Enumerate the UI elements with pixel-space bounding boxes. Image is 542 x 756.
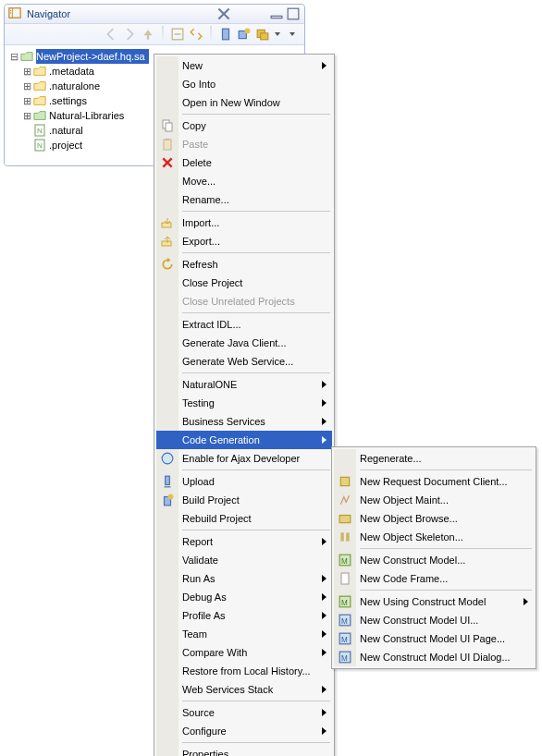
menu-testing[interactable]: Testing — [156, 394, 332, 412]
submenu-code-frame[interactable]: New Code Frame... — [334, 569, 534, 588]
menu-close-project[interactable]: Close Project — [156, 274, 332, 292]
filters-dropdown-icon[interactable] — [275, 32, 280, 36]
menu-paste: Paste — [156, 135, 332, 153]
svg-rect-32 — [339, 516, 351, 523]
expand-toggle-icon[interactable]: ⊟ — [8, 49, 19, 64]
menu-validate[interactable]: Validate — [156, 551, 332, 569]
tree-label: .settings — [49, 93, 87, 108]
svg-rect-20 — [166, 123, 172, 131]
svg-point-30 — [168, 494, 174, 500]
svg-text:N: N — [37, 127, 43, 135]
refresh-icon — [160, 257, 175, 272]
frame-icon — [338, 571, 352, 586]
tree-label: .project — [49, 138, 82, 152]
menu-close-unrelated: Close Unrelated Projects — [156, 292, 332, 311]
menu-go-into[interactable]: Go Into — [156, 75, 332, 93]
nav-fwd-icon[interactable] — [122, 27, 137, 42]
menu-import[interactable]: Import... — [156, 213, 332, 232]
expand-toggle-icon[interactable]: ⊞ — [21, 108, 32, 123]
menu-rename[interactable]: Rename... — [156, 190, 332, 209]
menu-open-window[interactable]: Open in New Window — [156, 93, 332, 112]
navigator-icon — [8, 6, 23, 21]
model-ui-icon: M — [338, 631, 352, 646]
svg-rect-22 — [166, 139, 169, 140]
tree-label: Natural-Libraries — [49, 108, 124, 123]
menu-source[interactable]: Source — [156, 703, 332, 722]
menu-rebuild-project[interactable]: Rebuild Project — [156, 509, 332, 528]
menu-refresh[interactable]: Refresh — [156, 255, 332, 274]
nav-up-icon[interactable] — [141, 27, 155, 42]
menu-export[interactable]: Export... — [156, 232, 332, 250]
submenu-construct-model[interactable]: M New Construct Model... — [334, 551, 534, 569]
submenu-using-construct[interactable]: M New Using Construct Model — [334, 592, 534, 611]
svg-rect-28 — [166, 476, 170, 484]
menu-generate-java[interactable]: Generate Java Client... — [156, 334, 332, 352]
menu-restore-history[interactable]: Restore from Local History... — [156, 662, 332, 680]
submenu-req-doc-client[interactable]: New Request Document Client... — [334, 472, 534, 491]
wizard-icon — [338, 493, 352, 507]
expand-toggle-icon[interactable]: ⊞ — [21, 64, 32, 79]
svg-rect-26 — [162, 241, 171, 246]
expand-toggle-icon[interactable]: ⊞ — [21, 93, 32, 108]
model-icon: M — [338, 594, 352, 609]
svg-rect-6 — [271, 16, 282, 18]
nav-back-icon[interactable] — [104, 27, 118, 42]
folder-icon — [32, 64, 47, 79]
menu-upload[interactable]: Upload — [156, 472, 332, 491]
menu-web-service-stack[interactable]: Web Services Stack — [156, 680, 332, 699]
tree-label: .metadata — [49, 64, 94, 79]
navigator-title: Navigator — [27, 8, 217, 19]
menu-profile-as[interactable]: Profile As — [156, 606, 332, 625]
menu-run-as[interactable]: Run As — [156, 569, 332, 588]
menu-report[interactable]: Report — [156, 532, 332, 551]
submenu-construct-ui-dialog[interactable]: M New Construct Model UI Dialog... — [334, 648, 534, 666]
svg-text:M: M — [341, 654, 348, 663]
ajax-icon — [160, 451, 175, 466]
menu-configure[interactable]: Configure — [156, 722, 332, 740]
svg-rect-21 — [164, 140, 171, 150]
menu-naturalone[interactable]: NaturalONE — [156, 375, 332, 394]
submenu-obj-maint[interactable]: New Object Maint... — [334, 491, 534, 509]
folder-icon — [32, 79, 47, 93]
file-icon: N — [32, 123, 47, 138]
menu-debug-as[interactable]: Debug As — [156, 588, 332, 606]
menu-generate-ws[interactable]: Generate Web Service... — [156, 352, 332, 371]
expand-toggle-icon[interactable]: ⊞ — [21, 79, 32, 93]
submenu-construct-ui-page[interactable]: M New Construct Model UI Page... — [334, 629, 534, 648]
paste-icon — [160, 137, 175, 152]
minimize-icon[interactable] — [269, 6, 284, 21]
tree-label: .natural — [49, 123, 83, 138]
svg-rect-14 — [261, 33, 268, 40]
menu-compare[interactable]: Compare With — [156, 643, 332, 662]
submenu-obj-skeleton[interactable]: New Object Skeleton... — [334, 528, 534, 546]
view-menu-icon[interactable] — [284, 27, 299, 42]
menu-delete[interactable]: Delete — [156, 153, 332, 172]
server-icon[interactable] — [218, 27, 233, 42]
model-icon: M — [338, 553, 352, 567]
submenu-regenerate[interactable]: Regenerate... — [334, 449, 534, 468]
maximize-icon[interactable] — [286, 6, 301, 21]
menu-copy[interactable]: Copy — [156, 116, 332, 135]
view-close-icon[interactable] — [217, 7, 230, 20]
menu-build-project[interactable]: Build Project — [156, 491, 332, 509]
menu-extract-idl[interactable]: Extract IDL... — [156, 315, 332, 334]
filters-icon[interactable] — [255, 27, 270, 42]
svg-rect-31 — [340, 477, 349, 485]
link-editor-icon[interactable] — [189, 27, 203, 42]
submenu-construct-ui[interactable]: M New Construct Model UI... — [334, 611, 534, 629]
menu-move[interactable]: Move... — [156, 172, 332, 190]
build-icon[interactable] — [237, 27, 252, 42]
menu-code-generation[interactable]: Code Generation — [156, 431, 332, 449]
menu-properties[interactable]: Properties — [156, 745, 332, 756]
menu-enable-ajax[interactable]: Enable for Ajax Developer — [156, 449, 332, 468]
project-icon — [19, 49, 34, 64]
menu-team[interactable]: Team — [156, 625, 332, 643]
collapse-all-icon[interactable] — [170, 27, 185, 42]
menu-business-services[interactable]: Business Services — [156, 412, 332, 431]
model-ui-icon: M — [338, 613, 352, 628]
submenu-obj-browse[interactable]: New Object Browse... — [334, 509, 534, 528]
svg-rect-33 — [340, 532, 344, 541]
svg-rect-25 — [162, 223, 171, 227]
svg-text:M: M — [341, 557, 348, 566]
menu-new[interactable]: New — [156, 56, 332, 75]
